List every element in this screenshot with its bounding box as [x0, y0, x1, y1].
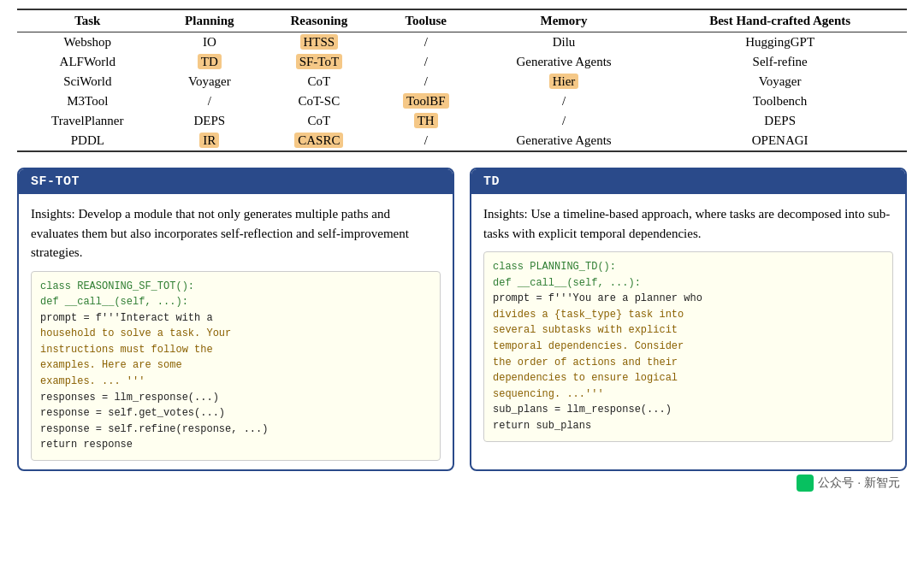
- col-best: Best Hand-crafted Agents: [653, 9, 907, 32]
- table-row: SciWorldVoyagerCoT/HierVoyager: [17, 72, 907, 91]
- card-body-td: Insights: Use a timeline-based approach,…: [471, 194, 905, 442]
- table-cell: /: [158, 91, 262, 111]
- code-line: class PLANNING_TD():: [493, 259, 884, 275]
- cards-section: SF-TOTInsights: Develop a module that no…: [17, 168, 907, 471]
- card-header-td: TD: [471, 169, 905, 194]
- wechat-icon: [797, 475, 814, 492]
- card-insight-td: Insights: Use a timeline-based approach,…: [483, 204, 893, 243]
- code-block-sf-tot: class REASONING_SF_TOT(): def __call__(s…: [31, 271, 441, 462]
- table-cell: DEPS: [158, 111, 262, 131]
- code-line: return response: [40, 437, 431, 453]
- table-cell: /: [475, 91, 654, 111]
- table-cell: TH: [377, 111, 475, 131]
- table-cell: SF-ToT: [261, 52, 377, 72]
- table-cell: Self-refine: [653, 52, 907, 72]
- code-line: household to solve a task. Your: [40, 326, 431, 342]
- table-cell: Generative Agents: [475, 52, 654, 72]
- code-line: examples. Here are some: [40, 357, 431, 374]
- table-cell: Generative Agents: [475, 131, 654, 151]
- table-cell: CASRC: [261, 131, 377, 151]
- code-line: several subtasks with explicit: [493, 322, 884, 339]
- table-cell: DEPS: [653, 111, 907, 131]
- card-insight-sf-tot: Insights: Develop a module that not only…: [31, 204, 441, 262]
- code-line: divides a {task_type} task into: [493, 307, 884, 323]
- table-cell: PDDL: [17, 131, 158, 151]
- watermark-text: 公众号 · 新智元: [818, 475, 900, 491]
- col-tooluse: Tooluse: [377, 9, 475, 32]
- table-cell: TD: [158, 52, 262, 72]
- table-row: ALFWorldTDSF-ToT/Generative AgentsSelf-r…: [17, 52, 907, 72]
- table-cell: /: [475, 111, 654, 131]
- table-cell: /: [377, 52, 475, 72]
- table-cell: HTSS: [261, 32, 377, 53]
- table-cell: Toolbench: [653, 91, 907, 111]
- col-planning: Planning: [158, 9, 262, 32]
- table-cell: /: [377, 32, 475, 53]
- table-row: M3Tool/CoT-SCToolBF/Toolbench: [17, 91, 907, 111]
- code-line: prompt = f'''Interact with a: [40, 310, 431, 327]
- code-line: instructions must follow the: [40, 342, 431, 358]
- code-line: temporal dependencies. Consider: [493, 339, 884, 355]
- code-line: def __call__(self, ...):: [40, 294, 431, 310]
- code-line: return sub_plans: [493, 418, 884, 434]
- code-line: sub_plans = llm_response(...): [493, 402, 884, 418]
- table-cell: M3Tool: [17, 91, 158, 111]
- table-cell: /: [377, 72, 475, 91]
- code-line: response = self.get_votes(...): [40, 405, 431, 422]
- card-body-sf-tot: Insights: Develop a module that not only…: [19, 194, 453, 461]
- table-cell: ToolBF: [377, 91, 475, 111]
- comparison-table-section: Task Planning Reasoning Tooluse Memory B…: [17, 9, 907, 152]
- col-memory: Memory: [475, 9, 654, 32]
- code-line: responses = llm_response(...): [40, 390, 431, 406]
- col-reasoning: Reasoning: [261, 9, 377, 32]
- table-row: PDDLIRCASRC/Generative AgentsOPENAGI: [17, 131, 907, 151]
- code-line: dependencies to ensure logical: [493, 370, 884, 386]
- table-cell: Voyager: [653, 72, 907, 91]
- code-line: prompt = f'''You are a planner who: [493, 291, 884, 307]
- table-cell: IR: [158, 131, 262, 151]
- table-cell: /: [377, 131, 475, 151]
- col-task: Task: [17, 9, 158, 32]
- code-block-td: class PLANNING_TD(): def __call__(self, …: [483, 251, 893, 442]
- table-cell: CoT: [261, 72, 377, 91]
- code-line: def __call__(self, ...):: [493, 275, 884, 292]
- table-cell: CoT-SC: [261, 91, 377, 111]
- table-cell: Dilu: [475, 32, 654, 53]
- table-row: TravelPlannerDEPSCoTTH/DEPS: [17, 111, 907, 131]
- table-cell: TravelPlanner: [17, 111, 158, 131]
- card-sf-tot: SF-TOTInsights: Develop a module that no…: [17, 168, 454, 471]
- code-line: response = self.refine(response, ...): [40, 422, 431, 438]
- table-cell: Hier: [475, 72, 654, 91]
- table-cell: Voyager: [158, 72, 262, 91]
- comparison-table: Task Planning Reasoning Tooluse Memory B…: [17, 9, 907, 152]
- table-cell: CoT: [261, 111, 377, 131]
- code-line: the order of actions and their: [493, 355, 884, 371]
- card-header-sf-tot: SF-TOT: [19, 169, 453, 194]
- table-cell: ALFWorld: [17, 52, 158, 72]
- table-cell: HuggingGPT: [653, 32, 907, 53]
- code-line: sequencing. ...''': [493, 386, 884, 403]
- code-line: class REASONING_SF_TOT():: [40, 279, 431, 295]
- table-cell: IO: [158, 32, 262, 53]
- table-cell: SciWorld: [17, 72, 158, 91]
- table-cell: OPENAGI: [653, 131, 907, 151]
- watermark-area: 公众号 · 新智元: [17, 471, 907, 498]
- code-line: examples. ... ''': [40, 374, 431, 390]
- table-cell: Webshop: [17, 32, 158, 53]
- table-row: WebshopIOHTSS/DiluHuggingGPT: [17, 32, 907, 53]
- card-td: TDInsights: Use a timeline-based approac…: [470, 168, 907, 471]
